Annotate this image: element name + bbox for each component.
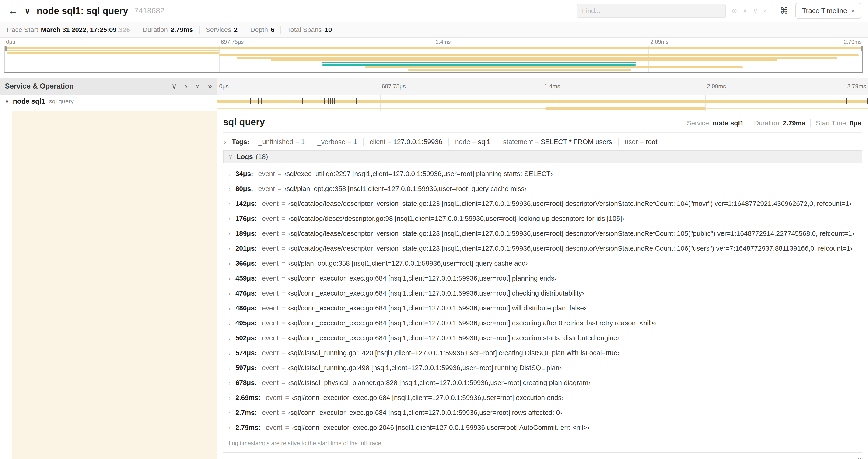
span-detail-row: sql query Service: node sql1Duration: 2.… bbox=[0, 110, 868, 459]
equals-sign: = bbox=[281, 200, 285, 207]
chevron-right-icon: › bbox=[229, 216, 230, 222]
span-row[interactable]: ∨ node sql1 sql query bbox=[0, 95, 868, 107]
tag-item: _unfinished = 1 bbox=[251, 138, 311, 145]
log-row[interactable]: ›366μs:event=‹sql/plan_opt.go:358 [nsql1… bbox=[229, 256, 862, 271]
summary-item: Total Spans10 bbox=[280, 26, 338, 34]
log-row[interactable]: ›597μs:event=‹sql/distsql_running.go:498… bbox=[229, 360, 862, 375]
chevron-down-icon[interactable]: ∨ bbox=[5, 98, 9, 104]
log-timestamp: 476μs: bbox=[236, 289, 257, 297]
log-row[interactable]: ›2.79ms:event=‹sql/conn_executor_exec.go… bbox=[229, 420, 862, 435]
trace-timeline-page: ← ∨ node sql1: sql query 7418682 ⊕ ∧ ∨ ×… bbox=[0, 0, 868, 459]
logs-label: Logs bbox=[236, 153, 253, 161]
log-field-key: event bbox=[262, 349, 279, 357]
minimap-span-bar bbox=[322, 64, 636, 66]
log-row[interactable]: ›142μs:event=‹sql/catalog/lease/descript… bbox=[229, 196, 862, 211]
expand-one-icon[interactable]: ∨ bbox=[172, 83, 177, 90]
log-row[interactable]: ›459μs:event=‹sql/conn_executor_exec.go:… bbox=[229, 271, 862, 286]
span-service-name: node sql1 bbox=[13, 97, 45, 105]
log-row[interactable]: ›201μs:event=‹sql/catalog/lease/descript… bbox=[229, 241, 862, 256]
log-timestamp: 189μs: bbox=[236, 230, 257, 237]
equals-sign: = bbox=[281, 289, 285, 297]
chevron-right-icon: › bbox=[224, 139, 226, 145]
equals-sign: = bbox=[281, 215, 285, 222]
chevron-right-icon: › bbox=[229, 201, 230, 207]
log-marker bbox=[332, 98, 333, 104]
log-field-value: ‹sql/conn_executor_exec.go:684 [nsql1,cl… bbox=[288, 289, 584, 297]
log-timestamp: 142μs: bbox=[236, 200, 257, 207]
span-detail-card: sql query Service: node sql1Duration: 2.… bbox=[223, 117, 862, 453]
equals-sign: = bbox=[293, 138, 301, 145]
left-scrubber[interactable] bbox=[5, 46, 5, 72]
log-row[interactable]: ›476μs:event=‹sql/conn_executor_exec.go:… bbox=[229, 286, 862, 301]
meta-label: Start Time: bbox=[816, 119, 849, 127]
log-row[interactable]: ›678μs:event=‹sql/distsql_physical_plann… bbox=[229, 375, 862, 390]
log-row[interactable]: ›2.69ms:event=‹sql/conn_executor_exec.go… bbox=[229, 390, 862, 405]
log-timestamp: 2.79ms: bbox=[236, 424, 261, 431]
log-marker bbox=[225, 98, 225, 104]
clear-find-icon[interactable]: × bbox=[764, 7, 768, 15]
log-field-value: ‹sql/conn_executor_exec.go:684 [nsql1,cl… bbox=[288, 319, 657, 327]
log-field-key: event bbox=[262, 200, 279, 207]
chevron-right-icon: › bbox=[229, 261, 230, 267]
equals-sign: = bbox=[281, 245, 285, 252]
tag-item: _verbose = 1 bbox=[311, 138, 363, 145]
keyboard-shortcuts-icon[interactable]: ⌘ bbox=[780, 6, 788, 15]
chevron-right-icon: › bbox=[229, 231, 230, 237]
service-operation-label: Service & Operation bbox=[5, 82, 163, 91]
view-selector-button[interactable]: Trace Timeline ∨ bbox=[796, 3, 861, 19]
collapse-all-icon[interactable]: » bbox=[208, 83, 212, 90]
chevron-right-icon: › bbox=[229, 425, 230, 431]
span-name-cell[interactable]: ∨ node sql1 sql query bbox=[0, 95, 217, 107]
log-row[interactable]: ›2.7ms:event=‹sql/conn_executor_exec.go:… bbox=[229, 405, 862, 420]
span-detail-panel: sql query Service: node sql1Duration: 2.… bbox=[217, 111, 868, 459]
span-detail-title-row: sql query Service: node sql1Duration: 2.… bbox=[223, 117, 862, 133]
log-row[interactable]: ›486μs:event=‹sql/conn_executor_exec.go:… bbox=[229, 301, 862, 316]
log-row[interactable]: ›189μs:event=‹sql/catalog/lease/descript… bbox=[229, 226, 862, 241]
log-row[interactable]: ›495μs:event=‹sql/conn_executor_exec.go:… bbox=[229, 316, 862, 330]
next-span-bar-cell bbox=[217, 107, 868, 110]
find-input[interactable] bbox=[577, 4, 726, 18]
axis-tick-label: 2.79ms bbox=[847, 83, 866, 90]
log-field-key: event bbox=[262, 289, 279, 297]
expand-all-icon[interactable]: » bbox=[194, 85, 202, 88]
log-row[interactable]: ›80μs:event=‹sql/plan_opt.go:358 [nsql1,… bbox=[229, 181, 862, 196]
log-row[interactable]: ›176μs:event=‹sql/catalog/descs/descript… bbox=[229, 211, 862, 226]
tags-accordion[interactable]: › Tags: _unfinished = 1_verbose = 1clien… bbox=[223, 133, 862, 150]
link-icon[interactable] bbox=[854, 457, 861, 459]
next-match-icon[interactable]: ∨ bbox=[753, 7, 758, 15]
log-field-value: ‹sql/exec_util.go:2297 [nsql1,client=127… bbox=[284, 170, 553, 177]
log-marker bbox=[236, 98, 236, 104]
tag-value: 1 bbox=[301, 138, 305, 145]
summary-value: March 31 2022, 17:25:09 bbox=[41, 26, 117, 34]
logs-list: ›34μs:event=‹sql/exec_util.go:2297 [nsql… bbox=[223, 163, 862, 435]
chevron-down-icon: ∨ bbox=[851, 8, 855, 14]
trace-minimap: 0μs697.75μs1.4ms2.09ms2.79ms bbox=[0, 38, 868, 72]
log-marker bbox=[324, 98, 324, 104]
right-scrubber-handle[interactable] bbox=[861, 46, 863, 51]
trace-collapse-toggle-icon[interactable]: ∨ bbox=[24, 6, 31, 15]
logs-accordion-header[interactable]: ∨ Logs (18) bbox=[223, 150, 862, 163]
span-detail-left-fill bbox=[12, 111, 217, 459]
view-selector-label: Trace Timeline bbox=[802, 7, 847, 15]
left-scrubber-handle[interactable] bbox=[4, 46, 7, 51]
log-field-key: event bbox=[266, 424, 282, 431]
log-row[interactable]: ›502μs:event=‹sql/conn_executor_exec.go:… bbox=[229, 330, 862, 346]
collapse-one-icon[interactable]: › bbox=[185, 83, 187, 90]
focus-match-icon[interactable]: ⊕ bbox=[732, 7, 737, 15]
timeline-collapser: ∨›»» bbox=[163, 83, 212, 90]
chevron-right-icon: › bbox=[229, 186, 230, 192]
prev-match-icon[interactable]: ∧ bbox=[743, 7, 748, 15]
log-row[interactable]: ›34μs:event=‹sql/exec_util.go:2297 [nsql… bbox=[229, 166, 862, 181]
tag-value: 1 bbox=[353, 138, 357, 145]
log-field-key: event bbox=[262, 364, 279, 371]
log-marker bbox=[375, 98, 375, 104]
right-scrubber[interactable] bbox=[862, 46, 863, 72]
minimap-span-bar bbox=[5, 50, 219, 52]
span-bar-cell[interactable] bbox=[217, 95, 868, 107]
minimap-canvas[interactable] bbox=[4, 46, 863, 72]
log-row[interactable]: ›574μs:event=‹sql/distsql_running.go:142… bbox=[229, 346, 862, 360]
minimap-span-bar bbox=[271, 59, 777, 61]
back-button[interactable]: ← bbox=[8, 5, 18, 17]
span-detail-left-column bbox=[0, 111, 217, 459]
meta-label: Duration: bbox=[754, 119, 783, 127]
